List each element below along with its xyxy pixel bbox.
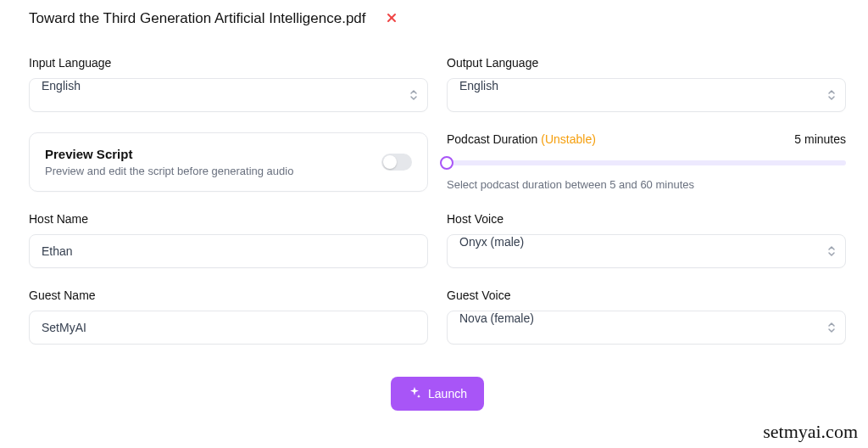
input-language-label: Input Language [29, 56, 428, 70]
toggle-knob [383, 155, 397, 169]
podcast-duration-value: 5 minutes [794, 132, 846, 146]
preview-script-toggle[interactable] [381, 154, 412, 171]
guest-voice-select[interactable]: Nova (female) [447, 311, 846, 344]
watermark: setmyai.com [763, 421, 858, 443]
guest-name-input[interactable] [29, 311, 428, 344]
podcast-duration-slider[interactable] [447, 154, 846, 171]
launch-button[interactable]: Launch [391, 377, 484, 411]
guest-name-label: Guest Name [29, 288, 428, 302]
output-language-value: English [459, 79, 498, 92]
output-language-label: Output Language [447, 56, 846, 70]
duration-unstable-tag: (Unstable) [541, 132, 596, 146]
output-language-group: Output Language English [447, 56, 846, 112]
slider-track [447, 160, 846, 165]
guest-voice-label: Guest Voice [447, 288, 846, 302]
host-name-group: Host Name [29, 212, 428, 268]
launch-button-label: Launch [428, 387, 467, 400]
guest-name-group: Guest Name [29, 288, 428, 344]
podcast-duration-label: Podcast Duration (Unstable) [447, 132, 596, 146]
close-icon [387, 11, 397, 26]
sparkle-icon [408, 386, 421, 402]
preview-script-title: Preview Script [45, 147, 293, 161]
host-voice-value: Onyx (male) [459, 235, 524, 249]
close-file-button[interactable] [381, 8, 402, 29]
guest-voice-group: Guest Voice Nova (female) [447, 288, 846, 344]
input-language-group: Input Language English [29, 56, 428, 112]
output-language-select[interactable]: English [447, 78, 846, 112]
file-name: Toward the Third Generation Artificial I… [29, 10, 366, 27]
slider-thumb[interactable] [440, 156, 453, 170]
duration-label-text: Podcast Duration [447, 132, 537, 146]
host-voice-group: Host Voice Onyx (male) [447, 212, 846, 268]
guest-voice-value: Nova (female) [459, 311, 534, 325]
host-voice-select[interactable]: Onyx (male) [447, 234, 846, 268]
podcast-duration-help: Select podcast duration between 5 and 60… [447, 178, 846, 191]
host-name-label: Host Name [29, 212, 428, 226]
host-voice-label: Host Voice [447, 212, 846, 226]
host-name-input[interactable] [29, 234, 428, 268]
input-language-select[interactable]: English [29, 78, 428, 112]
preview-script-description: Preview and edit the script before gener… [45, 165, 293, 177]
input-language-value: English [42, 79, 81, 92]
preview-script-card: Preview Script Preview and edit the scri… [29, 132, 428, 192]
podcast-duration-group: Podcast Duration (Unstable) 5 minutes Se… [447, 132, 846, 192]
